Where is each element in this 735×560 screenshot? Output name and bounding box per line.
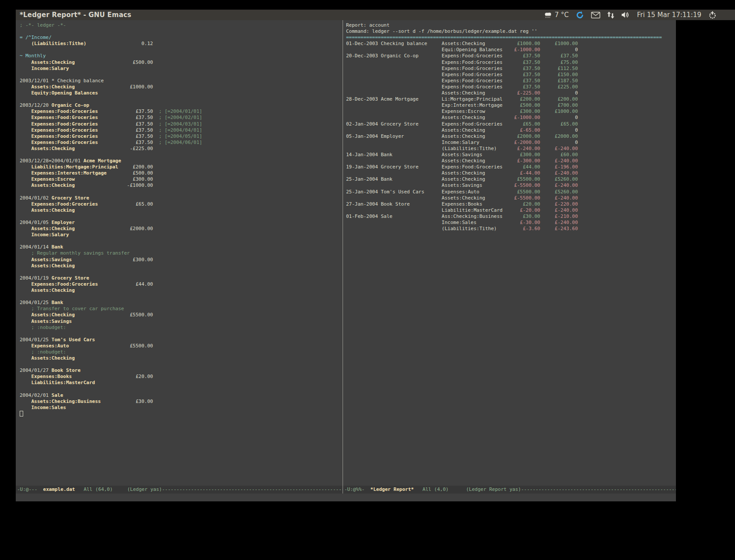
text-segment: Assets:Checking <box>20 207 75 213</box>
text-segment: £37.50 <box>503 53 540 59</box>
text-segment: £300.00 <box>503 108 540 114</box>
text-segment: Sale <box>52 392 63 398</box>
text-segment: 2004/02/01 <box>20 392 52 398</box>
modeline-example-dat[interactable]: -U:@--- example.dat All (64,0) (Ledger y… <box>16 486 343 494</box>
ledger-line: Equity:Opening Balances <box>20 90 343 96</box>
text-segment: 0 <box>540 90 578 96</box>
text-segment: Assets:Checking <box>20 84 75 90</box>
mail-icon[interactable] <box>591 12 600 18</box>
text-segment: £37.50 <box>503 60 540 65</box>
text-segment: £2000.00 <box>75 226 153 231</box>
text-segment: 0 <box>540 47 578 52</box>
report-line: 14-Jan-2004 Bank Assets:Savings £300.00 … <box>346 152 676 158</box>
text-segment: £5260.00 <box>540 189 578 195</box>
report-line: Expens:Food:Groceries £37.50 £150.00 <box>346 72 676 78</box>
text-segment: £-1000.00 <box>503 47 540 52</box>
text-segment: Expenses:Books <box>442 201 503 207</box>
report-line: Assets:Checking £-5500.00 £-240.00 <box>346 195 676 201</box>
text-segment: ; [=2004/06/01] <box>153 140 203 145</box>
text-segment: Expenses:Escrow <box>20 176 75 182</box>
text-segment: Assets:Checking <box>442 115 503 120</box>
text-segment: £37.50 <box>503 66 540 71</box>
system-tray: 7 °C Fri 15 Mar 17:11:19 <box>544 11 735 19</box>
text-segment: 25-Jan-2004 Tom's Used Cars <box>346 189 442 195</box>
ledger-line: 2003/12/28=2004/01/01 Acme Mortgage <box>20 158 343 164</box>
power-icon[interactable] <box>708 11 717 19</box>
window-split: ; -*- ledger -*- = /^Income/ (Liabilitie… <box>16 20 676 494</box>
volume-icon[interactable] <box>621 11 630 18</box>
text-segment: £1000.00 <box>540 41 578 46</box>
report-line: (Liabilities:Tithe) £-240.00 £-240.00 <box>346 146 676 152</box>
text-segment: Assets:Checking <box>442 170 503 176</box>
ledger-line: Expenses:Interest:Mortgage £500.00 <box>20 170 343 176</box>
text-segment: 2003/12/01 * Checking balance <box>20 78 104 84</box>
text-segment: £-240.00 <box>503 146 540 151</box>
ledger-line: Assets:Checking -£1000.00 <box>20 182 343 189</box>
text-segment <box>346 78 442 84</box>
text-segment: Expenses:Escrow <box>442 108 503 114</box>
text-segment: £-240.00 <box>540 158 578 164</box>
text-segment: £-240.00 <box>540 207 578 213</box>
ledger-line: ; -*- ledger -*- <box>20 22 343 28</box>
window-ledger-report: Report: accountCommand: ledger --sort d … <box>343 20 676 494</box>
report-line: Assets:Checking £-225.00 0 <box>346 90 676 96</box>
text-segment: ; :nobudget: <box>20 325 66 330</box>
ledger-line: Expenses:Auto £5500.00 <box>20 343 343 349</box>
text-segment: Income:Sales <box>20 405 66 410</box>
text-segment: £-196.00 <box>540 164 578 170</box>
text-segment: Expenses:Auto <box>20 343 69 349</box>
text-segment: Bank <box>52 300 63 305</box>
buffer-ledger-report[interactable]: Report: accountCommand: ledger --sort d … <box>343 20 676 486</box>
ledger-line: Assets:Checking £1000.00 <box>20 84 343 90</box>
text-segment: £5260.00 <box>540 176 578 182</box>
weather-widget[interactable]: 7 °C <box>544 11 569 19</box>
text-segment: £-5500.00 <box>503 182 540 188</box>
text-segment <box>346 84 442 90</box>
text-segment: £1000.00 <box>75 84 153 90</box>
text-segment: 0 <box>540 127 578 133</box>
ledger-line: 2003/12/20 Organic Co-op <box>20 102 343 108</box>
text-segment: £37.50 <box>503 84 540 90</box>
ledger-line: 2004/01/25 Bank <box>20 300 343 306</box>
text-segment: -£225.00 <box>75 146 153 151</box>
text-segment: £700.00 <box>540 102 578 108</box>
modeline-ledger-report[interactable]: -U:@%%- *Ledger Report* All (4,0) (Ledge… <box>343 486 676 494</box>
text-segment: £-240.00 <box>540 220 578 225</box>
text-segment: £65.00 <box>540 121 578 127</box>
ledger-line: Assets:Checking £500.00 <box>20 60 343 66</box>
refresh-icon[interactable] <box>576 11 584 19</box>
text-segment: Assets:Checking <box>20 226 75 231</box>
text-segment <box>346 127 442 133</box>
text-segment: ; [=2004/02/01] <box>153 115 203 120</box>
ledger-line <box>20 269 343 275</box>
text-segment: 2004/01/05 <box>20 220 52 225</box>
text-segment: £-30.00 <box>503 220 540 225</box>
text-segment: £112.50 <box>540 66 578 71</box>
text-segment: 14-Jan-2004 Bank <box>346 152 442 158</box>
ledger-line <box>20 28 343 35</box>
text-segment: £60.00 <box>540 152 578 158</box>
ledger-line: Assets:Checking <box>20 355 343 361</box>
window-title: *Ledger Report* - GNU Emacs <box>16 11 131 19</box>
echo-area[interactable] <box>16 494 676 501</box>
text-segment: Equi:Opening Balances <box>442 47 503 52</box>
text-segment: ; [=2004/01/01] <box>153 108 203 114</box>
clock[interactable]: Fri 15 Mar 17:11:19 <box>637 11 701 19</box>
text-segment: Liabilities:Mortgage:Principal <box>20 164 118 170</box>
text-segment: £5500.00 <box>503 176 540 182</box>
text-segment <box>346 220 442 225</box>
report-line: Assets:Checking £-65.00 0 <box>346 127 676 133</box>
text-segment: £75.00 <box>540 60 578 65</box>
cloud-rain-icon <box>544 11 553 19</box>
text-segment: Expenses:Food:Groceries <box>20 281 98 287</box>
text-segment: £300.00 <box>72 257 153 262</box>
report-line: Expens:Food:Groceries £37.50 £112.50 <box>346 66 676 72</box>
ledger-line: Expenses:Food:Groceries £65.00 <box>20 201 343 207</box>
ledger-line: Expenses:Food:Groceries £37.50 ; [=2004/… <box>20 127 343 133</box>
network-arrows-icon[interactable] <box>607 11 614 19</box>
text-segment: £-240.00 <box>540 182 578 188</box>
text-segment: £-44.00 <box>503 170 540 176</box>
text-segment: Expens:Food:Groceries <box>442 164 503 170</box>
text-segment: (Liabilities:Tithe) <box>442 226 503 231</box>
buffer-example-dat[interactable]: ; -*- ledger -*- = /^Income/ (Liabilitie… <box>16 20 343 486</box>
